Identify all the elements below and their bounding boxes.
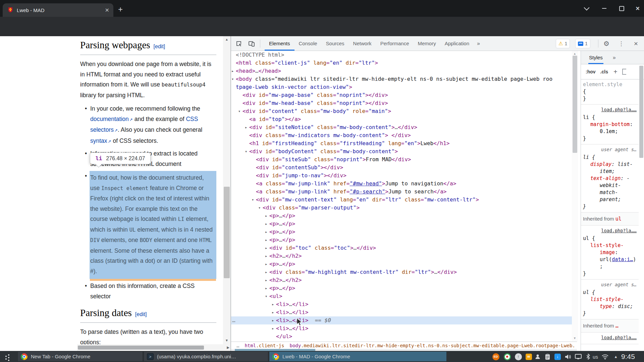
dom-tree-row[interactable]: <html class="client-js" lang="en" dir="l… xyxy=(231,59,572,67)
css-property[interactable]: margin-bottom: 0.1em; xyxy=(581,121,639,135)
tray-expand-icon[interactable]: ▲ xyxy=(612,353,620,361)
dom-tree-row[interactable]: ▸<div class="mw-highlight mw-content-ltr… xyxy=(231,268,572,276)
expand-arrow-closed-icon[interactable]: ▸ xyxy=(265,244,267,252)
close-window-button[interactable]: × xyxy=(633,4,642,13)
scroll-down-icon[interactable]: ▼ xyxy=(225,339,228,342)
tray-monitor-gauge-icon[interactable] xyxy=(503,353,511,361)
expand-arrow-closed-icon[interactable]: ▸ xyxy=(265,212,267,220)
wiki-link[interactable]: documentation xyxy=(90,116,129,122)
devtools-tab-memory[interactable]: Memory xyxy=(414,36,440,51)
style-rule[interactable]: load.php?la……li {margin-bottom: 0.1em;} xyxy=(581,105,639,144)
taskbar-window-button[interactable]: Lweb - MAD - Google Chrome xyxy=(269,351,447,362)
style-rule[interactable]: user agent s…li {display: list-item;text… xyxy=(581,144,639,213)
dom-tree-row[interactable]: ▸<p>…</p> xyxy=(231,220,572,228)
expand-arrow-closed-icon[interactable]: ▸ xyxy=(265,276,267,284)
dom-tree-row[interactable]: ▸<li>…</li> xyxy=(231,300,572,308)
edit-link[interactable]: [edit] xyxy=(154,44,165,49)
scroll-right-icon[interactable]: ▶ xyxy=(227,346,229,349)
scroll-up-icon[interactable]: ▲ xyxy=(225,38,228,41)
dom-tree-row[interactable]: ▸<h2>…</h2> xyxy=(231,252,572,260)
dom-tree-row[interactable]: <div id="jump-to-nav"></div> xyxy=(231,172,572,180)
dom-tree-row[interactable]: <a class="mw-jump-link" href="#mw-head">… xyxy=(231,180,572,188)
row-options-dots[interactable]: … xyxy=(232,316,236,324)
stylesheet-source[interactable]: load.php?la…… xyxy=(581,334,639,342)
tab-styles[interactable]: Styles xyxy=(588,51,603,64)
taskbar-window-button[interactable]: >(usama) vyuka.compbio.fmph.uni… xyxy=(144,351,268,362)
dom-tree-row[interactable]: ▾<ul> xyxy=(231,292,572,300)
inherited-selector[interactable]: ul xyxy=(615,216,622,222)
rule-selector[interactable]: li { xyxy=(581,154,639,161)
tray-clipboard-icon[interactable] xyxy=(543,353,551,361)
new-style-rule-button[interactable]: + xyxy=(613,68,618,76)
expand-arrow-open-icon[interactable]: ▾ xyxy=(252,196,254,204)
dom-tree-row[interactable]: ▸<li>…</li> xyxy=(231,308,572,316)
dom-tree-row[interactable]: ▸<div id="toc" class="toc">…</div> xyxy=(231,244,572,252)
devtools-tab-performance[interactable]: Performance xyxy=(376,36,414,51)
css-property[interactable]: text-align: -webkit-match-parent; xyxy=(581,175,639,203)
warnings-badge[interactable]: ⚠ 1 xyxy=(556,39,570,48)
dom-tree-row[interactable]: <div id="contentSub"></div> xyxy=(231,164,572,172)
expand-arrow-closed-icon[interactable]: ▸ xyxy=(265,220,267,228)
dom-tree-row[interactable]: </ul> xyxy=(231,333,572,341)
expand-arrow-closed-icon[interactable]: ▸ xyxy=(245,123,247,131)
expand-arrow-closed-icon[interactable]: ▸ xyxy=(272,324,274,333)
devtools-scroll-thumb[interactable] xyxy=(573,56,577,153)
dom-tree-row[interactable]: <div id="mw-page-base" class="noprint"><… xyxy=(231,91,572,99)
dom-tree-row[interactable]: ▸<p>…</p> xyxy=(231,236,572,244)
tray-messenger-icon[interactable]: ↓ xyxy=(553,353,561,361)
launcher-icon[interactable] xyxy=(3,353,13,360)
devtools-tab-network[interactable]: Network xyxy=(349,36,376,51)
dom-tree-row[interactable]: ▸<p>…</p> xyxy=(231,212,572,220)
expand-arrow-closed-icon[interactable]: ▸ xyxy=(265,228,267,236)
tray-display-icon[interactable] xyxy=(574,353,582,361)
tray-updater-icon[interactable]: ↑ xyxy=(514,353,522,361)
breadcrumb[interactable]: html.client-js xyxy=(245,343,284,348)
page-vertical-scroll-thumb[interactable] xyxy=(224,187,230,278)
rule-selector[interactable]: ul { xyxy=(581,289,639,296)
edit-link[interactable]: [edit] xyxy=(135,311,147,317)
tray-education-icon[interactable]: ED xyxy=(492,353,500,361)
css-property[interactable]: display: list-item; xyxy=(581,161,639,175)
keyboard-layout-label[interactable]: us xyxy=(591,353,599,361)
expand-arrow-open-icon[interactable]: ▾ xyxy=(238,107,240,115)
devtools-tab-console[interactable]: Console xyxy=(294,36,322,51)
devtools-close-icon[interactable]: × xyxy=(632,39,640,48)
devtools-menu-icon[interactable]: ⋮ xyxy=(617,39,626,48)
expand-arrow-open-icon[interactable]: ▾ xyxy=(258,204,261,212)
more-panels-icon[interactable]: » xyxy=(474,36,483,51)
inspect-element-icon[interactable] xyxy=(234,39,243,48)
tray-user-icon[interactable] xyxy=(534,353,542,361)
dom-tree-row[interactable]: ▸<div id="siteNotice" class="mw-body-con… xyxy=(231,123,572,131)
style-rule[interactable]: user agent s…ul {list-style-type: disc;} xyxy=(581,280,639,319)
dom-tree-row[interactable]: ▾<div id="bodyContent" class="mw-body-co… xyxy=(231,147,572,156)
dom-tree-row[interactable]: ▸<p>…</p> xyxy=(231,284,572,292)
expand-arrow-closed-icon[interactable]: ▸ xyxy=(265,236,267,244)
dom-tree-row[interactable]: ▸<li>…</li> == $0… xyxy=(231,316,572,324)
issues-badge[interactable]: 1 xyxy=(575,39,590,48)
dom-tree-row[interactable]: ▸<p>…</p> xyxy=(231,228,572,236)
expand-arrow-closed-icon[interactable]: ▸ xyxy=(265,284,267,292)
style-rule[interactable]: element.style{} xyxy=(581,79,639,105)
rule-selector[interactable]: li { xyxy=(581,114,639,121)
breadcrumb[interactable]: body.mediawiki.ltr.sitedir-ltr.mw-hide-e… xyxy=(289,343,575,348)
element-style-selector[interactable]: element.style xyxy=(581,81,639,88)
taskbar-window-button[interactable]: New Tab - Google Chrome xyxy=(17,351,143,362)
expand-arrow-closed-icon[interactable]: ▸ xyxy=(272,308,274,316)
stylesheet-source[interactable]: load.php?la…… xyxy=(581,106,639,114)
dom-tree-row[interactable]: ▾<body class="mediawiki ltr sitedir-ltr … xyxy=(231,75,572,83)
dom-tree-row[interactable]: ▾<div class="mw-parser-output"> xyxy=(231,204,572,212)
dom-tree-row[interactable]: ▸<p>…</p> xyxy=(231,260,572,268)
stylesheet-source[interactable]: load.php?la…… xyxy=(581,227,639,235)
settings-gear-icon[interactable]: ⚙ xyxy=(602,39,611,48)
styles-more-tabs-icon[interactable]: » xyxy=(613,55,616,61)
dom-tree-row[interactable]: ▾<div id="content" class="mw-body" role=… xyxy=(231,107,572,115)
expand-arrow-closed-icon[interactable]: ▸ xyxy=(272,300,274,308)
expand-arrow-closed-icon[interactable]: ▸ xyxy=(265,252,267,260)
dom-tree-row[interactable]: tpage-Lweb skin-vector action-view"> xyxy=(231,83,572,91)
css-property[interactable]: list-style-image: url(data:i…); xyxy=(581,242,639,270)
devtools-tab-sources[interactable]: Sources xyxy=(322,36,349,51)
expand-arrow-open-icon[interactable]: ▾ xyxy=(265,292,267,300)
data-uri-link[interactable]: data:i… xyxy=(612,256,633,262)
restore-button[interactable] xyxy=(617,4,626,13)
dom-tree-row[interactable]: ▸<h2>…</h2> xyxy=(231,276,572,284)
